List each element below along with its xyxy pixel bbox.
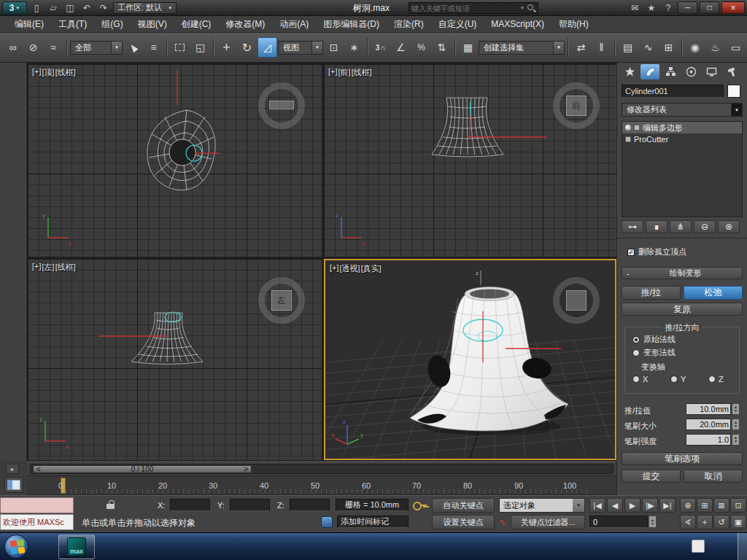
viewcube[interactable]	[258, 82, 306, 130]
viewport-left[interactable]: [+] [左] [线框] y x	[28, 259, 322, 460]
select-and-rotate-icon[interactable]: ↻	[237, 37, 257, 58]
track-bar[interactable]: 0 10 20 30 40 50 60 70 80 90 100	[27, 475, 616, 495]
viewport-menu-plus[interactable]: [+]	[32, 262, 42, 273]
tab-create[interactable]	[620, 64, 639, 79]
layer-manager-icon[interactable]: ▤	[618, 37, 638, 58]
undo-icon[interactable]: ↶	[80, 1, 94, 15]
modifier-stack-row-edit-poly[interactable]: 编辑多边形	[622, 122, 742, 133]
commit-button[interactable]: 提交	[622, 470, 681, 483]
radio-icon[interactable]	[632, 336, 640, 343]
start-button[interactable]	[4, 534, 28, 559]
object-color-swatch[interactable]	[727, 85, 740, 98]
tab-modify[interactable]	[640, 64, 659, 79]
viewport-shading-mode[interactable]: [线框]	[352, 67, 372, 78]
radio-icon[interactable]	[632, 376, 640, 383]
time-slider-handle[interactable]: < 0 / 100 >	[33, 465, 252, 473]
taskbar-3dsmax-button[interactable]: max	[58, 534, 95, 559]
key-filters-button[interactable]: 关键点过滤器...	[511, 515, 585, 529]
go-to-end-button[interactable]: ▶|	[659, 498, 676, 513]
viewport-menu-plus[interactable]: [+]	[32, 67, 42, 78]
tab-hierarchy[interactable]	[661, 64, 680, 79]
maxscript-listener-field[interactable]: 欢迎使用 MAXSc	[0, 514, 74, 530]
menu-modifiers[interactable]: 修改器(M)	[218, 16, 272, 32]
unlink-selection-icon[interactable]: ⊘	[23, 37, 43, 58]
modifier-stack-row-procutter[interactable]: ProCutter	[622, 133, 742, 145]
window-crossing-icon[interactable]: ◱	[190, 37, 210, 58]
select-and-link-icon[interactable]: ∞	[3, 37, 23, 58]
viewport-front[interactable]: [+] [前] [线框] z	[324, 64, 616, 257]
select-and-scale-icon[interactable]: ◿	[258, 37, 277, 58]
pan-button[interactable]: +	[697, 515, 713, 529]
zoom-extents-all-button[interactable]: ⊡	[730, 498, 746, 513]
help-icon[interactable]: ?	[661, 1, 676, 15]
tab-motion[interactable]	[681, 64, 700, 79]
mirror-icon[interactable]: ⇄	[571, 37, 591, 58]
menu-help[interactable]: 帮助(H)	[551, 16, 596, 32]
y-coordinate-field[interactable]	[230, 499, 270, 511]
viewport-menu-plus[interactable]: [+]	[328, 67, 338, 78]
tray-ime-icon[interactable]	[692, 540, 705, 553]
minimize-button[interactable]: ─	[678, 1, 697, 14]
set-key-button[interactable]: 设置关键点	[432, 515, 495, 529]
viewcube-face[interactable]: 前	[566, 96, 587, 116]
close-button[interactable]: ×	[721, 1, 745, 14]
selection-region-icon[interactable]	[170, 37, 190, 58]
time-slider-track[interactable]: < 0 / 100 >	[30, 464, 614, 474]
auto-key-button[interactable]: 自动关键点	[432, 498, 495, 513]
viewcube[interactable]: 前	[552, 82, 600, 130]
relax-button[interactable]: 松弛	[684, 286, 743, 300]
x-coordinate-field[interactable]	[170, 499, 210, 511]
search-icon[interactable]	[527, 4, 535, 12]
selection-filter-dropdown[interactable]: 选定对象 ▼	[499, 498, 585, 513]
application-menu-button[interactable]: 3 ▼	[2, 1, 27, 15]
viewport-perspective-label[interactable]: [+] [透视] [真实]	[330, 263, 382, 274]
menu-customize[interactable]: 自定义(U)	[431, 16, 484, 32]
viewport-top[interactable]: [+] [顶] [线框] y	[28, 64, 322, 257]
select-object-icon[interactable]	[123, 37, 143, 58]
next-frame-button[interactable]: |▶	[642, 498, 658, 513]
menu-create[interactable]: 创建(C)	[174, 16, 219, 32]
original-normals-radio[interactable]: 原始法线	[632, 334, 676, 345]
render-setup-icon[interactable]: ♨	[705, 37, 725, 58]
previous-frame-button[interactable]: ◀	[607, 498, 623, 513]
selection-filter-dropdown[interactable]: 全部 ▼	[70, 41, 123, 55]
orbit-button[interactable]: ↺	[713, 515, 729, 529]
workspace-dropdown[interactable]: 工作区: 默认 ▼	[113, 2, 177, 14]
favorites-icon[interactable]: ★	[644, 1, 659, 15]
slider-right-arrow[interactable]: >	[244, 465, 248, 473]
schematic-view-icon[interactable]: ⊞	[659, 37, 678, 58]
radio-icon[interactable]	[708, 376, 716, 383]
chevron-down-icon[interactable]: ▼	[520, 6, 525, 10]
play-button[interactable]: ▶	[624, 498, 640, 513]
material-editor-icon[interactable]: ◉	[685, 37, 705, 58]
menu-maxscript[interactable]: MAXScript(X)	[484, 16, 551, 32]
spinner-snap-icon[interactable]: ⇅	[432, 37, 452, 58]
rendered-frame-window-icon[interactable]: ▭	[726, 37, 746, 58]
modifier-list-dropdown[interactable]: 修改器列表 ▼	[622, 103, 743, 117]
spinner-arrows[interactable]: ▲▼	[732, 434, 740, 446]
maximize-viewport-button[interactable]: ▣	[730, 515, 746, 529]
object-name-field[interactable]: Cylinder001	[622, 85, 724, 98]
new-file-icon[interactable]: ▯	[29, 1, 44, 15]
spinner-arrows[interactable]: ▲▼	[732, 403, 740, 415]
viewport-shading-mode[interactable]: [线框]	[55, 262, 76, 273]
menu-graph-editors[interactable]: 图形编辑器(D)	[316, 16, 387, 32]
curve-editor-icon[interactable]: ∿	[638, 37, 658, 58]
select-and-manipulate-icon[interactable]: ∗	[344, 37, 364, 58]
radio-icon[interactable]	[632, 349, 640, 357]
menu-edit[interactable]: 编辑(E)	[7, 16, 51, 32]
slider-left-arrow[interactable]: <	[36, 465, 41, 473]
paint-deformation-rollout-header[interactable]: - 绘制变形	[622, 267, 743, 279]
add-time-tag-field[interactable]: 添加时间标记	[337, 516, 409, 528]
viewport-view-name[interactable]: [左]	[42, 262, 55, 273]
modifier-stack[interactable]: 编辑多边形 ProCutter	[622, 121, 743, 217]
named-selection-set-combo[interactable]: 创建选择集 ▼	[479, 41, 565, 55]
menu-rendering[interactable]: 渲染(R)	[387, 16, 431, 32]
isolate-selection-icon[interactable]	[321, 516, 333, 528]
bind-to-space-warp-icon[interactable]: ≈	[44, 37, 63, 58]
viewport-left-label[interactable]: [+] [左] [线框]	[32, 262, 76, 273]
use-pivot-center-icon[interactable]: ⊡	[324, 37, 344, 58]
viewport-shading-mode[interactable]: [真实]	[361, 263, 382, 274]
z-coordinate-field[interactable]	[290, 499, 330, 511]
spinner-arrows[interactable]: ▲▼	[732, 419, 740, 430]
